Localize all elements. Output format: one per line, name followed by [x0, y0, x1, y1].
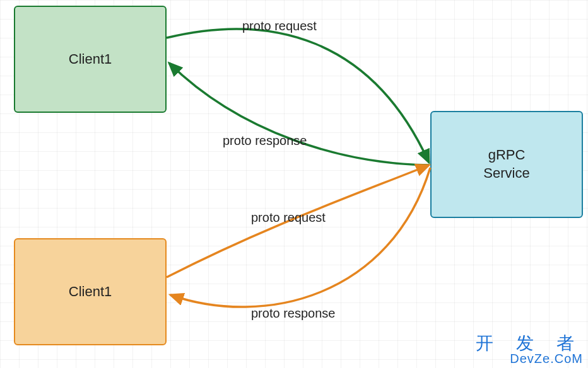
node-label: gRPCService: [483, 146, 529, 182]
diagram-canvas: Client1 Client1 gRPCService proto reques…: [0, 0, 588, 368]
watermark-cn: 开 发 者: [476, 334, 583, 352]
edge-label-top-response: proto response: [223, 134, 307, 148]
node-client1-bottom: Client1: [14, 238, 167, 345]
node-label: Client1: [69, 50, 112, 69]
node-label: Client1: [69, 283, 112, 301]
edge-label-top-request: proto request: [242, 19, 317, 33]
edge-label-bot-response: proto response: [251, 306, 335, 321]
node-grpc-service: gRPCService: [430, 111, 583, 218]
node-client1-top: Client1: [14, 6, 167, 113]
watermark-en: DevZe.CoM: [476, 352, 583, 365]
edge-label-bot-request: proto request: [251, 210, 326, 225]
watermark: 开 发 者 DevZe.CoM: [476, 334, 583, 365]
